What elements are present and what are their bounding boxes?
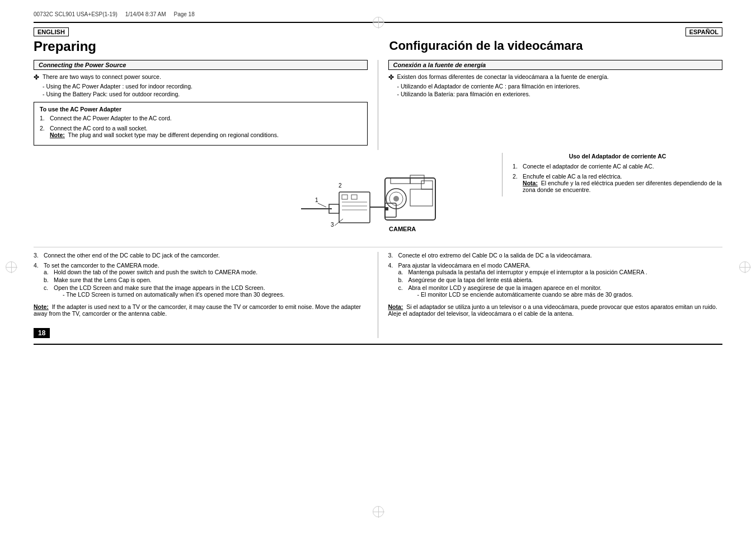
svg-text:CAMERA: CAMERA xyxy=(389,226,416,232)
en-sub-dash-1: - Using the AC Power Adapter : used for … xyxy=(43,83,368,90)
es-ac-box-title: Uso del Adaptador de corriente AC xyxy=(513,153,722,160)
svg-rect-20 xyxy=(421,181,433,189)
svg-text:2: 2 xyxy=(339,182,342,189)
en-bottom-note: Note: If the adapter is used next to a T… xyxy=(34,303,368,317)
svg-text:3: 3 xyxy=(331,222,334,228)
en-ac-adapter-box: To use the AC Power Adapter 1. Connect t… xyxy=(34,102,368,146)
en-lower-step-3: 3. Connect the other end of the DC cable… xyxy=(34,252,368,259)
es-step-1: 1. Conecte el adaptador de corriente AC … xyxy=(513,163,722,170)
lower-steps-row: 3. Connect the other end of the DC cable… xyxy=(34,247,722,338)
en-step-4c-dash: - The LCD Screen is turned on automatica… xyxy=(63,291,284,298)
registration-mark-left xyxy=(6,261,17,273)
es-step-4c: c. Abra el monitor LCD y asegúrese de qu… xyxy=(398,284,723,299)
english-lang-tag: ENGLISH xyxy=(34,27,69,36)
svg-rect-4 xyxy=(339,192,370,223)
left-column: Connecting the Power Source ✤ There are … xyxy=(34,60,378,150)
es-intro-bullet: ✤ Existen dos formas diferentes de conec… xyxy=(388,73,723,81)
doc-code: 00732C SCL901 USA+ESP(1-19) xyxy=(34,11,118,17)
english-header-col: ENGLISH Preparing xyxy=(34,27,378,60)
svg-rect-19 xyxy=(410,175,424,184)
es-step-4a: a. Mantenga pulsada la pestaña del inter… xyxy=(398,269,723,275)
es-power-header: Conexión a la fuente de energía xyxy=(388,60,723,70)
en-ac-box-title: To use the AC Power Adapter xyxy=(40,106,361,113)
en-intro-bullet: ✤ There are two ways to connect power so… xyxy=(34,73,368,81)
es-step-4b: b. Asegúrese de que la tapa del lente es… xyxy=(398,277,723,283)
svg-text:1: 1 xyxy=(315,197,318,203)
bullet-symbol-es: ✤ xyxy=(388,73,394,81)
en-step-4c: c. Open the LCD Screen and make sure tha… xyxy=(44,284,368,299)
registration-mark-right xyxy=(739,261,750,273)
en-sub-dash-2: - Using the Battery Pack: used for outdo… xyxy=(43,91,368,97)
svg-rect-18 xyxy=(391,178,410,184)
espanol-header-col: ESPAÑOL Configuración de la videocámara xyxy=(378,27,723,60)
svg-rect-6 xyxy=(351,195,357,199)
page-wrapper: 00732C SCL901 USA+ESP(1-19) 1/14/04 8:37… xyxy=(0,0,756,534)
bottom-divider xyxy=(34,344,722,345)
en-lower-steps: 3. Connect the other end of the DC cable… xyxy=(34,252,378,338)
english-title: Preparing xyxy=(34,39,367,54)
camera-diagram-area: 1 2 3 xyxy=(240,153,502,242)
right-column: Conexión a la fuente de energía ✤ Existe… xyxy=(378,60,723,150)
espanol-lang-tag: ESPAÑOL xyxy=(685,27,722,36)
en-step-1: 1. Connect the AC Power Adapter to the A… xyxy=(40,115,361,121)
language-header-row: ENGLISH Preparing ESPAÑOL Configuración … xyxy=(34,27,722,60)
svg-point-17 xyxy=(393,196,399,202)
page-number: 18 xyxy=(34,328,50,338)
en-power-header: Connecting the Power Source xyxy=(34,60,368,70)
doc-date: 1/14/04 8:37 AM xyxy=(125,11,166,17)
svg-rect-21 xyxy=(410,189,433,206)
es-sub-dash-1: - Utilizando el Adaptador de corriente A… xyxy=(397,83,723,90)
bullet-symbol-en: ✤ xyxy=(34,73,39,81)
espanol-title: Configuración de la videocámara xyxy=(389,39,723,53)
es-ac-box-area: Uso del Adaptador de corriente AC 1. Con… xyxy=(502,153,722,196)
registration-mark-top xyxy=(373,17,384,28)
en-step-4b: b. Make sure that the Lens Cap is open. xyxy=(44,277,368,283)
svg-line-3 xyxy=(318,203,326,207)
en-lower-step-4: 4. To set the camcorder to the CAMERA mo… xyxy=(34,262,368,300)
es-sub-dash-2: - Utilizando la Batería: para filmación … xyxy=(397,91,723,97)
es-step-2: 2. Enchufe el cable AC a la red eléctric… xyxy=(513,173,722,193)
camera-svg: 1 2 3 xyxy=(298,153,444,242)
diagram-row: 1 2 3 xyxy=(34,152,722,242)
page-number-area: 18 xyxy=(34,324,368,338)
page-ref: Page 18 xyxy=(173,11,194,17)
es-step-4c-dash: - El monitor LCD se enciende automáticam… xyxy=(417,291,633,298)
en-step-4a: a. Hold down the tab of the power switch… xyxy=(44,269,368,275)
main-content-area: Connecting the Power Source ✤ There are … xyxy=(34,60,722,150)
es-lower-steps: 3. Conecte el otro extremo del Cable DC … xyxy=(378,252,723,338)
es-lower-step-3: 3. Conecte el otro extremo del Cable DC … xyxy=(388,252,723,259)
es-lower-step-4: 4. Para ajustar la videocámara en el mod… xyxy=(388,262,723,300)
registration-mark-bottom xyxy=(373,506,384,517)
svg-rect-5 xyxy=(342,195,348,199)
en-step-2: 2. Connect the AC cord to a wall socket.… xyxy=(40,125,361,138)
es-bottom-note: Nota: Si el adaptador se utiliza junto a… xyxy=(388,303,723,317)
